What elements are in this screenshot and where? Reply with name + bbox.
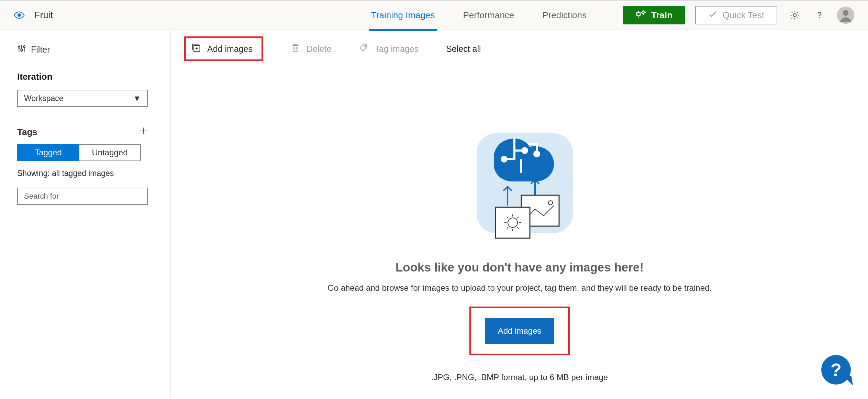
add-image-icon (191, 43, 201, 55)
eye-icon (14, 10, 25, 21)
help-icon (814, 10, 825, 20)
toolbar-add-images[interactable]: Add images (191, 43, 253, 55)
svg-line-7 (639, 15, 640, 16)
svg-point-33 (365, 46, 366, 47)
iteration-selected-value: Workspace (24, 94, 64, 103)
tab-performance[interactable]: Performance (461, 0, 516, 30)
tag-icon (359, 43, 368, 55)
iteration-heading: Iteration (17, 71, 153, 82)
toolbar-select-all[interactable]: Select all (446, 44, 481, 54)
settings-button[interactable] (788, 8, 802, 22)
nav-tabs: Training Images Performance Predictions (369, 0, 589, 30)
gears-icon (635, 10, 646, 21)
svg-point-36 (502, 157, 507, 162)
sidebar: Filter Iteration Workspace ▼ Tags Tagged… (0, 30, 171, 398)
toolbar-delete: Delete (291, 43, 331, 55)
svg-line-6 (636, 12, 637, 13)
toggle-untagged[interactable]: Untagged (79, 144, 141, 161)
trash-icon (291, 43, 300, 55)
empty-title: Looks like you don't have any images her… (181, 261, 858, 274)
main-content: Add images Delete Tag imag (171, 30, 868, 398)
toolbar-delete-label: Delete (307, 44, 331, 54)
svg-line-9 (639, 12, 640, 13)
svg-point-22 (21, 49, 22, 51)
svg-point-18 (843, 10, 849, 16)
showing-text: Showing: all tagged images (17, 169, 153, 178)
highlight-add-images: Add images (184, 36, 263, 61)
svg-point-20 (18, 46, 20, 48)
format-hint: .JPG, .PNG, .BMP format, up to 6 MB per … (181, 373, 858, 382)
train-button[interactable]: Train (623, 6, 685, 24)
toggle-tagged[interactable]: Tagged (17, 144, 79, 161)
tab-training-images[interactable]: Training Images (369, 0, 437, 30)
avatar[interactable] (837, 7, 854, 24)
svg-point-16 (819, 17, 820, 18)
toolbar-add-images-label: Add images (207, 44, 253, 54)
sliders-icon (17, 44, 26, 55)
svg-point-24 (23, 46, 25, 47)
svg-line-8 (636, 15, 637, 16)
empty-state: Looks like you don't have any images her… (181, 126, 858, 382)
tags-header: Tags (17, 126, 148, 138)
svg-point-15 (793, 14, 797, 17)
iteration-select[interactable]: Workspace ▼ (17, 90, 148, 107)
gear-icon (790, 10, 800, 20)
svg-point-37 (534, 152, 539, 156)
toolbar-tag-images-label: Tag images (375, 44, 419, 54)
image-toolbar: Add images Delete Tag imag (181, 36, 858, 61)
help-button[interactable] (812, 8, 827, 22)
empty-description: Go ahead and browse for images to upload… (181, 283, 858, 293)
check-icon (708, 10, 717, 21)
app-header: Fruit Training Images Performance Predic… (0, 0, 868, 30)
project-title-block: Fruit (14, 10, 53, 21)
user-icon (837, 7, 854, 24)
plus-icon (139, 126, 148, 135)
header-actions: Train Quick Test (623, 6, 854, 24)
svg-rect-30 (293, 45, 298, 52)
quick-test-label: Quick Test (723, 10, 764, 21)
add-tag-button[interactable] (139, 126, 148, 138)
add-images-button[interactable]: Add images (485, 318, 555, 344)
chevron-down-icon: ▼ (133, 94, 141, 103)
train-button-label: Train (651, 10, 672, 21)
svg-point-0 (18, 14, 21, 16)
empty-illustration (463, 126, 576, 240)
highlight-add-images-center: Add images (469, 307, 570, 355)
filter-row[interactable]: Filter (17, 44, 153, 55)
svg-point-10 (642, 11, 644, 13)
help-fab-label: ? (831, 359, 842, 380)
toolbar-tag-images: Tag images (359, 43, 419, 55)
svg-rect-42 (496, 207, 530, 238)
quick-test-button[interactable]: Quick Test (695, 6, 777, 24)
help-fab[interactable]: ? (821, 355, 851, 385)
project-title: Fruit (34, 10, 53, 21)
svg-point-35 (522, 148, 527, 153)
search-input[interactable] (17, 188, 148, 205)
tags-heading: Tags (17, 127, 37, 137)
tag-toggle: Tagged Untagged (17, 144, 141, 161)
filter-label: Filter (31, 45, 50, 55)
tab-predictions[interactable]: Predictions (540, 0, 589, 30)
